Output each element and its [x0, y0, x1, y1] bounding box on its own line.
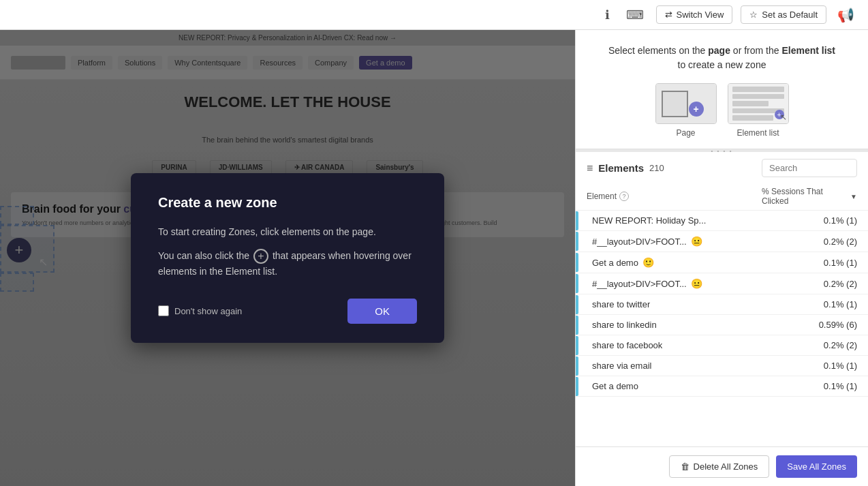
table-row[interactable]: #__layout>DIV>FOOT...😐0.2% (2): [576, 231, 868, 252]
element-name: #__layout>DIV>FOOT...😐: [587, 236, 762, 247]
row-indicator: [576, 295, 578, 314]
page-illus-circle: +: [689, 102, 704, 117]
element-name: share to linkedin: [587, 320, 762, 330]
dialog-para2: You can also click the + that appears wh…: [158, 248, 417, 279]
element-name-text: NEW REPORT: Holiday Sp...: [592, 215, 706, 226]
page-illus-img: +: [655, 83, 717, 124]
elements-header: ≡ Elements 210: [576, 152, 868, 177]
element-name-text: #__layout>DIV>FOOT...: [592, 237, 687, 247]
trash-icon: 🗑: [681, 461, 689, 472]
row-indicator: [576, 253, 578, 272]
element-sessions: 0.2% (2): [762, 237, 857, 247]
dialog-para1: To start creating Zones, click elements …: [158, 224, 417, 239]
right-panel: Select elements on the page or from the …: [575, 30, 868, 486]
elementlist-illustration: + ↖ Element list: [728, 83, 789, 138]
element-name: share to facebook: [587, 340, 762, 350]
element-sessions: 0.59% (6): [762, 320, 857, 330]
create-zone-dialog: Create a new zone To start creating Zone…: [131, 173, 444, 342]
element-sessions: 0.1% (1): [762, 215, 857, 226]
panel-instructions: Select elements on the page or from the …: [576, 30, 868, 149]
elemlist-row-3: [732, 101, 769, 106]
element-name-text: #__layout>DIV>FOOT...: [592, 279, 687, 289]
info-button[interactable]: ℹ: [601, 5, 614, 25]
table-row[interactable]: #__layout>DIV>FOOT...😐0.2% (2): [576, 273, 868, 294]
row-indicator: [576, 336, 578, 355]
table-row[interactable]: share to twitter0.1% (1): [576, 294, 868, 315]
row-indicator: [576, 211, 578, 230]
elementlist-illus-img: + ↖: [728, 83, 789, 124]
panel-illustrations: + Page +: [587, 83, 857, 138]
page-illustration: + Page: [655, 83, 717, 138]
element-name-text: Get a demo: [592, 258, 638, 268]
element-name: share to twitter: [587, 299, 762, 309]
element-name-text: Get a demo: [592, 381, 638, 391]
element-col-info-icon[interactable]: ?: [619, 192, 629, 201]
element-name: Get a demo🙂: [587, 257, 762, 268]
elements-count: 210: [649, 163, 664, 173]
search-input[interactable]: [762, 159, 857, 177]
element-name: share via email: [587, 361, 762, 371]
element-sessions: 0.1% (1): [762, 258, 857, 268]
switch-icon: ⇄: [665, 10, 672, 20]
element-emoji-icon: 🙂: [642, 257, 654, 268]
table-row[interactable]: NEW REPORT: Holiday Sp...0.1% (1): [576, 211, 868, 231]
instructions-text: Select elements on the page or from the …: [587, 44, 857, 72]
star-icon: ☆: [749, 10, 758, 20]
dialog-plus-icon: +: [253, 249, 268, 264]
dialog-title: Create a new zone: [158, 195, 417, 211]
element-name: Get a demo: [587, 381, 762, 391]
element-emoji-icon: 😐: [691, 236, 702, 247]
elemlist-cursor-icon: ↖: [780, 112, 787, 122]
element-sessions: 0.1% (1): [762, 381, 857, 391]
toolbar: ℹ ⌨ ⇄ Switch View ☆ Set as Default 📢: [0, 0, 868, 30]
table-row[interactable]: Get a demo0.1% (1): [576, 376, 868, 397]
element-name: NEW REPORT: Holiday Sp...: [587, 215, 762, 226]
table-row[interactable]: share to facebook0.2% (2): [576, 335, 868, 356]
table-row[interactable]: share via email0.1% (1): [576, 356, 868, 376]
elements-table: Element ? % Sessions That Clicked ▼ NEW …: [576, 183, 868, 446]
element-name: #__layout>DIV>FOOT...😐: [587, 278, 762, 289]
page-illus-inner: +: [656, 84, 716, 123]
elements-title: Elements: [598, 162, 644, 174]
table-row[interactable]: share to linkedin0.59% (6): [576, 315, 868, 335]
elemlist-row-1: [732, 87, 784, 92]
row-indicator: [576, 356, 578, 376]
delete-all-zones-button[interactable]: 🗑 Delete All Zones: [669, 455, 770, 478]
element-name-text: share to twitter: [592, 299, 650, 309]
element-list-label: Element list: [737, 128, 779, 138]
element-sessions: 0.1% (1): [762, 361, 857, 371]
element-name-text: share via email: [592, 361, 651, 371]
dialog-backdrop: Create a new zone To start creating Zone…: [0, 30, 575, 486]
dont-show-label[interactable]: Don't show again: [158, 305, 242, 316]
element-name-text: share to linkedin: [592, 320, 657, 330]
element-sessions: 0.2% (2): [762, 279, 857, 289]
elements-section: ≡ Elements 210 Element ? % Sessions That…: [576, 152, 868, 446]
dont-show-checkbox[interactable]: [158, 305, 169, 316]
panel-footer: 🗑 Delete All Zones Save All Zones: [576, 446, 868, 486]
dialog-footer: Don't show again OK: [158, 299, 417, 324]
element-sessions: 0.1% (1): [762, 299, 857, 309]
element-sessions: 0.2% (2): [762, 340, 857, 350]
col-sessions-header[interactable]: % Sessions That Clicked ▼: [762, 187, 857, 206]
page-label: Page: [676, 128, 695, 138]
table-row[interactable]: Get a demo🙂0.1% (1): [576, 252, 868, 273]
row-indicator: [576, 377, 578, 396]
set-default-button[interactable]: ☆ Set as Default: [741, 5, 826, 24]
element-emoji-icon: 😐: [691, 278, 702, 289]
col-headers: Element ? % Sessions That Clicked ▼: [576, 183, 868, 211]
elemlist-row-2: [732, 94, 784, 100]
elements-rows: NEW REPORT: Holiday Sp...0.1% (1)#__layo…: [576, 211, 868, 397]
main-area: NEW REPORT: Privacy & Personalization in…: [0, 30, 868, 486]
ok-button[interactable]: OK: [347, 299, 417, 324]
element-name-text: share to facebook: [592, 340, 662, 350]
elemlist-row-5: [732, 115, 774, 121]
sort-arrow-icon: ▼: [850, 193, 857, 200]
notification-button[interactable]: 📢: [835, 4, 857, 26]
row-indicator: [576, 274, 578, 293]
save-all-zones-button[interactable]: Save All Zones: [776, 455, 857, 478]
col-element-header: Element ?: [587, 187, 762, 206]
code-button[interactable]: ⌨: [622, 5, 648, 25]
row-indicator: [576, 316, 578, 335]
row-indicator: [576, 232, 578, 251]
switch-view-button[interactable]: ⇄ Switch View: [656, 5, 733, 24]
